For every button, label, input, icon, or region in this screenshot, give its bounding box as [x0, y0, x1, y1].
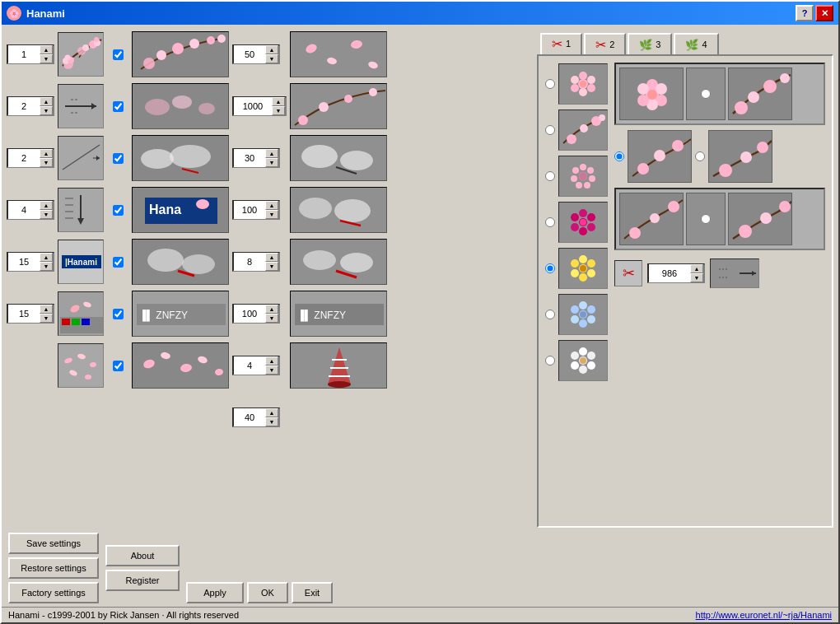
preview-bot-radio-1[interactable] [701, 214, 711, 224]
checkbox-4[interactable] [113, 205, 124, 216]
val-spinner-8[interactable]: ▲ ▼ [232, 407, 280, 427]
status-link[interactable]: http://www.euronet.nl/~rja/Hanami [696, 610, 832, 620]
spinner-input-5[interactable] [8, 253, 40, 271]
val-spinner-input-8[interactable] [234, 408, 265, 426]
flower-radio-1[interactable] [545, 79, 555, 89]
val-spinner-3[interactable]: ▲ ▼ [232, 148, 280, 168]
checkbox-1[interactable] [113, 49, 124, 60]
flower-radio-6[interactable] [545, 310, 555, 319]
spinner-2[interactable]: ▲ ▼ [7, 96, 54, 116]
spinner-6[interactable]: ▲ ▼ [7, 304, 54, 324]
spin-down-5[interactable]: ▼ [40, 262, 53, 271]
val-spin-down-8[interactable]: ▼ [265, 417, 278, 426]
tab-1[interactable]: ✂ 1 [540, 33, 582, 54]
restore-settings-button[interactable]: Restore settings [8, 557, 99, 579]
apply-button[interactable]: Apply [186, 582, 244, 603]
checkbox-5[interactable] [113, 257, 124, 268]
spin-up-4[interactable]: ▲ [40, 201, 53, 210]
val-spin-up-8[interactable]: ▲ [265, 408, 278, 417]
spin-down-3[interactable]: ▼ [40, 158, 53, 167]
val-spinner-6[interactable]: ▲ ▼ [232, 304, 280, 324]
flower-radio-5[interactable] [545, 263, 555, 273]
help-button[interactable]: ? [796, 5, 814, 21]
about-button[interactable]: About [105, 545, 180, 566]
flower-radio-2[interactable] [545, 125, 555, 135]
checkbox-6[interactable] [113, 309, 124, 319]
spinner-1[interactable]: ▲ ▼ [7, 44, 54, 64]
bottom-spin-down[interactable]: ▼ [690, 273, 703, 282]
spinner-3[interactable]: ▲ ▼ [7, 148, 54, 168]
val-spinner-input-3[interactable] [234, 149, 265, 167]
r-anim-preview-7 [290, 342, 387, 389]
spinner-input-6[interactable] [8, 305, 40, 323]
spinner-5[interactable]: ▲ ▼ [7, 252, 54, 272]
spinner-4[interactable]: ▲ ▼ [7, 200, 54, 220]
val-spin-down-4[interactable]: ▼ [265, 210, 278, 219]
val-spin-up-2[interactable]: ▲ [272, 97, 285, 106]
spinner-input-1[interactable] [8, 45, 40, 63]
spin-up-2[interactable]: ▲ [40, 97, 53, 106]
spin-up-3[interactable]: ▲ [40, 149, 53, 158]
flower-radio-4[interactable] [545, 217, 555, 227]
val-spinner-input-6[interactable] [234, 305, 265, 323]
tab-2[interactable]: ✂ 2 [584, 33, 626, 54]
spinner-input-4[interactable] [8, 201, 40, 219]
titlebar-buttons: ? ✕ [796, 5, 833, 21]
exit-button[interactable]: Exit [292, 582, 333, 603]
tab-4[interactable]: 🌿 4 [674, 33, 718, 54]
preview-top-1 [619, 68, 684, 120]
save-settings-button[interactable]: Save settings [8, 533, 99, 554]
close-button[interactable]: ✕ [815, 5, 833, 21]
val-spin-up-7[interactable]: ▲ [265, 356, 278, 366]
ok-button[interactable]: OK [247, 582, 288, 603]
preview-mid-radio-2[interactable] [695, 151, 705, 161]
preview-mid-radio-1[interactable] [614, 151, 624, 161]
val-spinner-input-1[interactable] [234, 45, 265, 63]
spin-down-1[interactable]: ▼ [40, 54, 53, 63]
val-spin-down-7[interactable]: ▼ [265, 366, 278, 375]
tab-3[interactable]: 🌿 3 [628, 33, 672, 54]
val-spinner-input-7[interactable] [234, 356, 265, 375]
spinner-input-2[interactable] [8, 97, 40, 115]
val-spinner-5[interactable]: ▲ ▼ [232, 252, 280, 272]
bottom-spinner-input[interactable] [649, 264, 690, 282]
factory-settings-button[interactable]: Factory settings [8, 582, 99, 603]
spin-down-6[interactable]: ▼ [40, 314, 53, 323]
register-button[interactable]: Register [105, 570, 180, 591]
val-spin-up-6[interactable]: ▲ [265, 305, 278, 314]
flower-radio-7[interactable] [545, 356, 555, 366]
val-spin-up-3[interactable]: ▲ [265, 149, 278, 158]
val-spin-down-3[interactable]: ▼ [265, 158, 278, 167]
val-spin-down-6[interactable]: ▼ [265, 314, 278, 323]
val-spinner-4[interactable]: ▲ ▼ [232, 200, 280, 220]
val-spinner-input-2[interactable] [234, 97, 272, 115]
val-spin-up-1[interactable]: ▲ [265, 45, 278, 54]
val-spinner-input-4[interactable] [234, 201, 265, 219]
checkbox-3[interactable] [113, 153, 124, 164]
bottom-spin-up[interactable]: ▲ [690, 264, 703, 273]
preview-top-radio-1[interactable] [701, 89, 711, 99]
spin-up-5[interactable]: ▲ [40, 253, 53, 262]
val-spin-down-1[interactable]: ▼ [265, 54, 278, 63]
spin-up-6[interactable]: ▲ [40, 305, 53, 314]
val-spinner-7[interactable]: ▲ ▼ [232, 356, 280, 375]
spin-down-2[interactable]: ▼ [40, 106, 53, 115]
val-spinner-2[interactable]: ▲ ▼ [232, 96, 287, 116]
svg-point-115 [567, 134, 576, 144]
spinner-input-3[interactable] [8, 149, 40, 167]
preview-area: ✂ ▲ ▼ [614, 63, 825, 519]
spin-up-1[interactable]: ▲ [40, 45, 53, 54]
val-spinner-1[interactable]: ▲ ▼ [232, 44, 280, 64]
checkbox-2[interactable] [113, 101, 124, 112]
checkbox-7[interactable] [113, 361, 124, 371]
val-spin-down-5[interactable]: ▼ [265, 262, 278, 271]
val-spin-up-5[interactable]: ▲ [265, 253, 278, 262]
bottom-spinner[interactable]: ▲ ▼ [647, 263, 705, 283]
spin-down-4[interactable]: ▼ [40, 210, 53, 219]
val-spinner-input-5[interactable] [234, 253, 265, 271]
val-spin-down-2[interactable]: ▼ [272, 106, 285, 115]
val-spin-up-4[interactable]: ▲ [265, 201, 278, 210]
svg-point-155 [580, 311, 586, 318]
svg-point-109 [587, 84, 595, 92]
flower-radio-3[interactable] [545, 171, 555, 181]
